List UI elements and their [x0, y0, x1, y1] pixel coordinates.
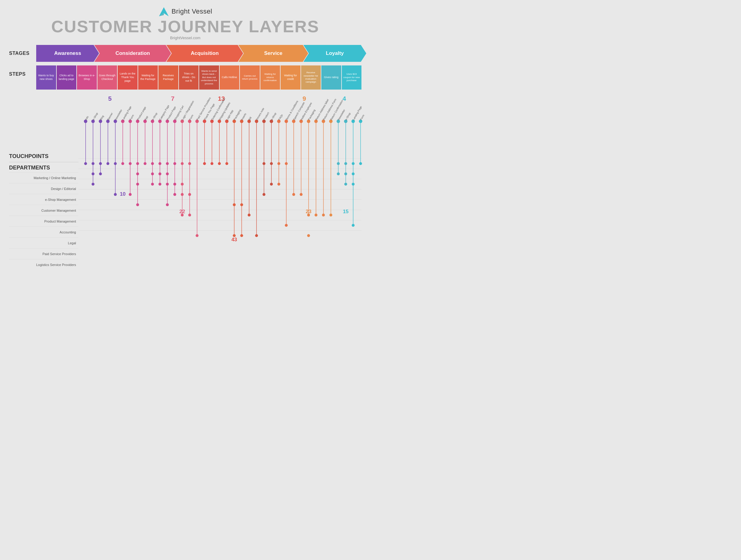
svg-point-46	[136, 162, 139, 165]
logo-row: Bright Vessel	[158, 6, 212, 17]
svg-text:Banner: Banner	[107, 112, 114, 121]
dept-marketing: Marketing / Online Marketing	[9, 172, 78, 183]
dept-logistics: Logistics Service Providers	[9, 259, 78, 270]
stages-arrows: Awareness Consideration Acquisition Serv…	[36, 45, 361, 62]
svg-point-129	[255, 234, 258, 237]
step-8: Tries on shoes - Do not fit	[179, 65, 199, 90]
dept-customer: Customer Management	[9, 205, 78, 216]
stage-acquisition: Acquisition	[166, 45, 243, 62]
step-14: Receive newsletter for evaluation campai…	[301, 65, 321, 90]
left-labels: TOUCHPOINTS DEPARTMENTS Marketing / Onli…	[9, 96, 78, 270]
svg-point-57	[151, 162, 154, 165]
stage-service: Service	[239, 45, 308, 62]
dept-accounting: Accounting	[9, 227, 78, 237]
tp-loginapp: Login App	[225, 109, 234, 165]
dept-product: Product Management	[9, 216, 78, 227]
svg-point-91	[188, 214, 191, 216]
svg-text:Login App: Login App	[226, 109, 234, 121]
count-9: 9	[302, 95, 306, 102]
svg-point-103	[211, 162, 213, 165]
svg-point-189	[352, 162, 354, 165]
step-11: Carries out return process	[240, 65, 260, 90]
tp-shippingupdates: Shipping Updates	[217, 102, 231, 165]
svg-text:Ads: Ads	[84, 115, 89, 121]
svg-text:Form: Form	[188, 114, 194, 121]
svg-text:e-Shop: e-Shop	[345, 112, 351, 121]
step-1: Wants to buy new shoes	[36, 65, 56, 90]
step-5: Lands on the Thank You page	[118, 65, 138, 90]
dept-eshop: e-Shop Management	[9, 194, 78, 205]
page: Bright Vessel CUSTOMER JOURNEY LAYERS Br…	[0, 0, 370, 279]
svg-point-115	[233, 203, 235, 206]
step-2: Clicks ad to landing page	[57, 65, 77, 90]
tp-landing1: Landing Page	[121, 105, 132, 165]
svg-point-76	[174, 162, 176, 165]
svg-point-13	[84, 162, 87, 165]
svg-point-48	[136, 183, 139, 185]
tp-blog: Blog	[99, 114, 105, 175]
main-title: CUSTOMER JOURNEY LAYERS	[51, 18, 319, 35]
step-9: Wants to send shoes back - But does not …	[199, 65, 219, 90]
subtitle: BrightVessel.com	[170, 35, 200, 40]
tp-eshop2: e-Shop	[151, 112, 158, 185]
step-10: Calls Hotline	[220, 65, 240, 90]
svg-point-84	[181, 193, 184, 196]
stages-label: STAGES	[9, 51, 36, 56]
svg-point-47	[136, 172, 139, 175]
count-15: 15	[343, 209, 348, 215]
svg-text:Return Address Form: Return Address Form	[322, 98, 337, 121]
logo-text: Bright Vessel	[172, 8, 212, 15]
tp-form2: Form	[188, 114, 194, 217]
svg-point-183	[344, 162, 347, 165]
svg-text:Return Address label: Return Address label	[315, 99, 329, 121]
count-10: 10	[120, 191, 126, 197]
tp-paidservice: Paid Service Providers	[196, 97, 211, 237]
tp-packaging2: Packaging	[307, 109, 316, 237]
svg-point-120	[240, 203, 243, 206]
svg-point-23	[99, 162, 102, 165]
step-13: Waiting for credit	[281, 65, 300, 90]
svg-text:e-Shop: e-Shop	[270, 112, 277, 121]
stage-consideration: Consideration	[94, 45, 171, 62]
header: Bright Vessel CUSTOMER JOURNEY LAYERS Br…	[9, 6, 361, 40]
step-4: Goes through Checkout	[97, 65, 117, 90]
svg-text:e-Shop: e-Shop	[92, 112, 99, 121]
dept-paid: Paid Service Providers	[9, 248, 78, 259]
svg-text:Form: Form	[359, 114, 365, 121]
step-7: Receives Package	[158, 65, 178, 90]
touchpoints-label: TOUCHPOINTS	[9, 96, 78, 162]
svg-text:Inserts: Inserts	[241, 112, 247, 121]
svg-point-90	[188, 193, 191, 196]
svg-point-111	[225, 162, 228, 165]
svg-point-58	[151, 172, 154, 175]
svg-point-170	[322, 214, 325, 216]
step-12: Waiting for returns confirmation	[260, 65, 280, 90]
logo-icon	[158, 6, 169, 17]
svg-point-24	[99, 172, 102, 175]
svg-point-190	[352, 172, 354, 175]
tp-landing2: Landing Page	[351, 105, 363, 227]
svg-point-184	[344, 172, 347, 175]
svg-point-32	[114, 162, 117, 165]
steps-label: STEPS	[9, 65, 36, 77]
svg-point-82	[181, 162, 184, 165]
svg-point-77	[174, 183, 176, 185]
svg-point-41	[129, 162, 132, 165]
tp-faqs: FAQs	[277, 114, 283, 185]
touchpoints-chart: 5 7 13 9 4 Ads	[78, 96, 361, 239]
svg-point-153	[292, 193, 295, 196]
svg-point-133	[263, 162, 265, 165]
tp-packaging1: Packaging	[232, 109, 242, 237]
svg-point-148	[285, 162, 287, 165]
svg-point-174	[330, 214, 332, 216]
svg-text:Blog: Blog	[99, 114, 105, 121]
svg-point-196	[359, 162, 362, 165]
stage-awareness: Awareness	[36, 45, 99, 62]
svg-point-138	[270, 162, 273, 165]
chart-area: 5 7 13 9 4 Ads	[78, 96, 361, 240]
svg-point-157	[299, 193, 302, 196]
svg-point-95	[196, 234, 198, 237]
steps-row: STEPS Wants to buy new shoes Clicks ad t…	[9, 65, 361, 90]
step-3: Browses in e-Shop	[77, 65, 97, 90]
count-7: 7	[171, 95, 175, 102]
